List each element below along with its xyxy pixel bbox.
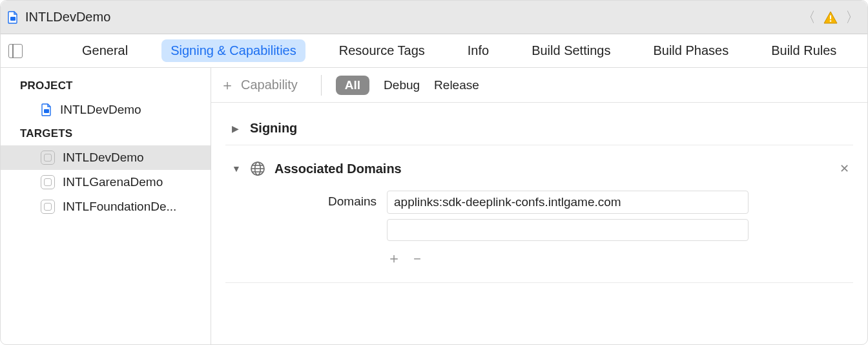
section-signing: ▶ Signing bbox=[225, 112, 853, 145]
add-domain-button[interactable]: ＋ bbox=[387, 249, 401, 268]
sidebar-target-label: INTLGarenaDemo bbox=[63, 175, 163, 189]
sidebar-target-row[interactable]: INTLDevDemo bbox=[1, 145, 211, 170]
svg-rect-0 bbox=[10, 17, 16, 21]
section-signing-header[interactable]: ▶ Signing bbox=[225, 112, 853, 145]
config-segment-all[interactable]: All bbox=[336, 76, 369, 95]
disclosure-right-icon: ▶ bbox=[232, 123, 241, 134]
project-navigator-sidebar: PROJECT INTLDevDemo TARGETS INTLDevDemo … bbox=[1, 68, 211, 345]
sidebar-target-label: INTLFoundationDe... bbox=[63, 200, 176, 214]
app-target-icon bbox=[41, 200, 55, 214]
config-segment-debug[interactable]: Debug bbox=[384, 78, 420, 92]
section-associated-domains-header[interactable]: ▼ Associated Domains ✕ bbox=[225, 145, 853, 185]
add-capability-label: Capability bbox=[241, 78, 298, 92]
svg-point-2 bbox=[830, 20, 832, 22]
svg-rect-3 bbox=[44, 109, 49, 113]
project-file-icon bbox=[7, 11, 19, 24]
config-segment-release[interactable]: Release bbox=[434, 78, 479, 92]
section-associated-domains: ▼ Associated Domains ✕ Domai bbox=[225, 145, 853, 283]
tab-build-settings[interactable]: Build Settings bbox=[522, 39, 619, 62]
domain-entry[interactable]: applinks:sdk-deeplink-confs.intlgame.com bbox=[387, 191, 749, 214]
nav-forward-chevron-icon[interactable]: 〉 bbox=[844, 8, 861, 27]
app-target-icon bbox=[41, 151, 55, 165]
tab-build-rules[interactable]: Build Rules bbox=[762, 39, 845, 62]
domains-list: applinks:sdk-deeplink-confs.intlgame.com… bbox=[387, 191, 749, 268]
plus-icon: ＋ bbox=[220, 76, 234, 95]
capability-toolbar: ＋ Capability All Debug Release bbox=[211, 68, 867, 103]
tab-info[interactable]: Info bbox=[459, 39, 498, 62]
globe-icon bbox=[250, 161, 265, 176]
sidebar-header-project: PROJECT bbox=[1, 74, 211, 98]
tab-general[interactable]: General bbox=[73, 39, 137, 62]
divider bbox=[321, 75, 322, 96]
add-capability-button[interactable]: ＋ Capability bbox=[220, 76, 307, 95]
tab-signing-capabilities[interactable]: Signing & Capabilities bbox=[161, 39, 305, 62]
sidebar-project-row[interactable]: INTLDevDemo bbox=[1, 98, 211, 122]
remove-capability-button[interactable]: ✕ bbox=[840, 162, 853, 176]
remove-domain-button[interactable]: － bbox=[410, 249, 424, 268]
warning-icon[interactable] bbox=[823, 11, 838, 24]
sidebar-target-row[interactable]: INTLGarenaDemo bbox=[1, 170, 211, 194]
project-file-icon bbox=[41, 103, 52, 116]
domains-field-label: Domains bbox=[303, 191, 387, 268]
sidebar-project-name: INTLDevDemo bbox=[60, 103, 141, 117]
titlebar: INTLDevDemo 〈 〉 bbox=[1, 1, 867, 34]
section-associated-domains-title: Associated Domains bbox=[274, 162, 402, 176]
tab-resource-tags[interactable]: Resource Tags bbox=[330, 39, 434, 62]
sidebar-toggle-icon[interactable] bbox=[8, 44, 23, 58]
app-target-icon bbox=[41, 175, 55, 189]
nav-back-chevron-icon[interactable]: 〈 bbox=[800, 8, 817, 27]
tab-build-phases[interactable]: Build Phases bbox=[644, 39, 738, 62]
domain-entry-empty[interactable] bbox=[387, 219, 749, 241]
sidebar-target-row[interactable]: INTLFoundationDe... bbox=[1, 194, 211, 219]
sidebar-header-targets: TARGETS bbox=[1, 122, 211, 145]
disclosure-down-icon: ▼ bbox=[232, 163, 241, 174]
sidebar-target-label: INTLDevDemo bbox=[63, 151, 144, 165]
section-signing-title: Signing bbox=[250, 121, 297, 136]
project-title: INTLDevDemo bbox=[25, 10, 110, 25]
tabbar: General Signing & Capabilities Resource … bbox=[1, 34, 867, 68]
svg-rect-1 bbox=[830, 15, 831, 19]
